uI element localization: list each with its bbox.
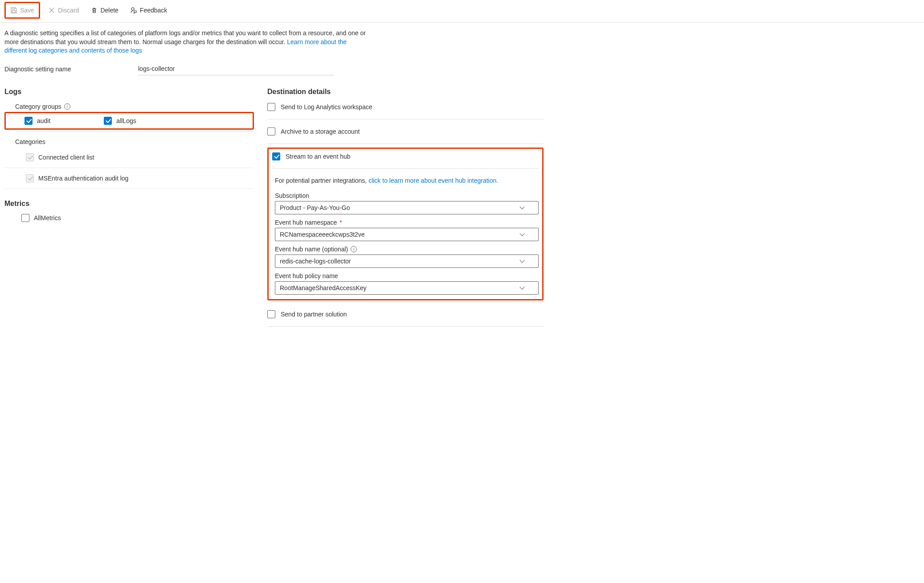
chevron-down-icon (519, 205, 525, 210)
checkbox-icon (26, 174, 34, 182)
save-label: Save (20, 7, 34, 14)
policy-label: Event hub policy name (275, 268, 539, 281)
select-value: redis-cache-logs-collector (280, 258, 351, 265)
checkbox-icon (104, 117, 112, 125)
dest-storage-account[interactable]: Archive to a storage account (267, 123, 544, 140)
chevron-down-icon (519, 232, 525, 237)
checkbox-icon (267, 103, 275, 111)
discard-button[interactable]: Discard (45, 4, 82, 16)
audit-label: audit (37, 117, 50, 124)
category-groups-heading: Category groups i (4, 99, 254, 112)
setting-name-row: Diagnostic setting name logs-collector (0, 55, 924, 80)
delete-button[interactable]: Delete (87, 4, 122, 16)
eventhub-name-select[interactable]: redis-cache-logs-collector (275, 255, 539, 268)
feedback-label: Feedback (140, 7, 167, 14)
category-label: Connected client list (38, 154, 94, 161)
chevron-down-icon (519, 259, 525, 264)
checkbox-icon (272, 152, 280, 160)
checkbox-icon (21, 214, 29, 222)
logs-heading: Logs (4, 83, 254, 99)
dest-log-analytics[interactable]: Send to Log Analytics workspace (267, 99, 544, 115)
dest-label: Send to Log Analytics workspace (281, 103, 372, 111)
event-hub-intro: For potential partner integrations, clic… (275, 172, 539, 188)
event-hub-learn-more-link[interactable]: click to learn more about event hub inte… (368, 177, 498, 184)
checkbox-icon (267, 127, 275, 135)
close-icon (48, 7, 55, 14)
discard-label: Discard (58, 7, 79, 14)
chevron-down-icon (519, 285, 525, 291)
category-connected-client-list[interactable]: Connected client list (4, 147, 254, 168)
dest-partner-solution[interactable]: Send to partner solution (267, 300, 544, 323)
dest-event-hub[interactable]: Stream to an event hub (272, 152, 539, 165)
main-columns: Logs Category groups i audit allLogs Cat… (0, 80, 924, 335)
highlight-event-hub: Stream to an event hub For potential par… (267, 148, 544, 300)
save-button[interactable]: Save (7, 4, 38, 16)
delete-label: Delete (100, 7, 118, 14)
checkbox-icon (267, 310, 275, 318)
select-value: RootManageSharedAccessKey (280, 284, 367, 292)
dest-label: Archive to a storage account (281, 128, 360, 135)
toolbar: Save Discard Delete Feedback (0, 0, 924, 23)
setting-name-label: Diagnostic setting name (4, 66, 138, 73)
feedback-icon (130, 7, 137, 14)
highlight-save-button: Save (4, 2, 40, 19)
namespace-select[interactable]: RCNamespaceeeckcwps3t2ve (275, 228, 539, 241)
category-msentra-auth-audit-log[interactable]: MSEntra authentication audit log (4, 168, 254, 189)
allmetrics-label: AllMetrics (34, 214, 61, 222)
category-label: MSEntra authentication audit log (38, 175, 128, 182)
categories-heading: Categories (4, 134, 254, 147)
svg-point-1 (131, 8, 134, 10)
save-icon (10, 7, 17, 14)
select-value: Product - Pay-As-You-Go (280, 204, 350, 211)
destination-column: Destination details Send to Log Analytic… (267, 83, 544, 330)
checkbox-icon (26, 153, 34, 161)
checkbox-icon (25, 117, 33, 125)
checkbox-alllogs[interactable]: allLogs (104, 117, 136, 125)
checkbox-audit[interactable]: audit (25, 117, 50, 125)
dest-label: Send to partner solution (281, 311, 347, 318)
info-icon[interactable]: i (64, 103, 70, 110)
checkbox-allmetrics[interactable]: AllMetrics (4, 210, 254, 226)
trash-icon (90, 7, 98, 14)
alllogs-label: allLogs (116, 117, 136, 124)
subscription-select[interactable]: Product - Pay-As-You-Go (275, 201, 539, 214)
eventhub-name-label: Event hub name (optional) i (275, 241, 539, 255)
svg-rect-0 (12, 11, 16, 13)
logs-column: Logs Category groups i audit allLogs Cat… (4, 83, 254, 330)
policy-select[interactable]: RootManageSharedAccessKey (275, 281, 539, 295)
destination-heading: Destination details (267, 83, 544, 99)
setting-name-input[interactable]: logs-collector (138, 63, 334, 75)
info-icon[interactable]: i (351, 246, 357, 252)
dest-label: Stream to an event hub (286, 153, 351, 160)
namespace-label: Event hub namespace* (275, 214, 539, 228)
subscription-label: Subscription (275, 188, 539, 201)
metrics-heading: Metrics (4, 189, 254, 210)
feedback-button[interactable]: Feedback (127, 4, 171, 16)
description-block: A diagnostic setting specifies a list of… (0, 23, 374, 55)
select-value: RCNamespaceeeckcwps3t2ve (280, 231, 365, 238)
highlight-category-groups: audit allLogs (4, 112, 254, 130)
